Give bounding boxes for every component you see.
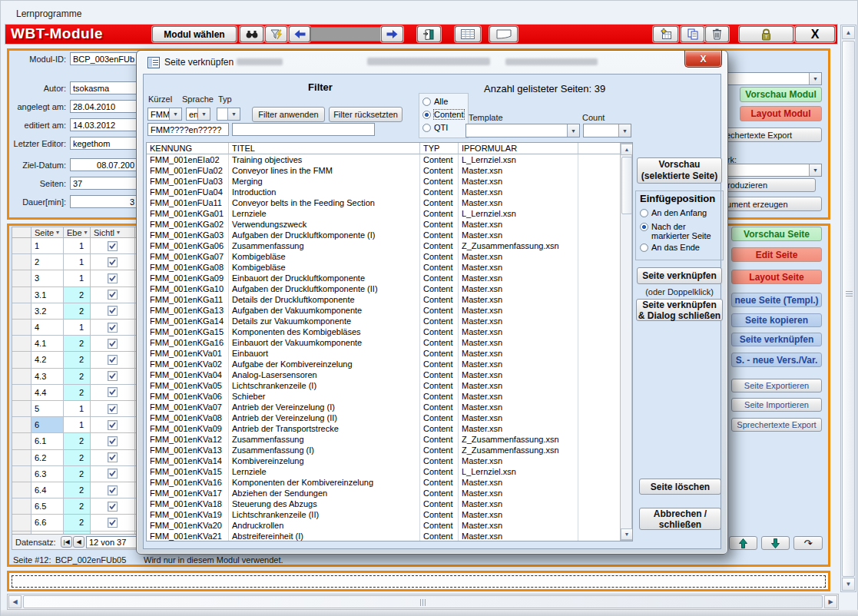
horizontal-scroll-thumb[interactable] (23, 595, 823, 608)
row-selector[interactable] (12, 238, 31, 254)
row-selector[interactable] (12, 498, 31, 515)
page-row[interactable]: 4.42 (12, 385, 140, 401)
cell-kennung[interactable]: FMM_001enFUa02 (147, 165, 229, 176)
cell-ipformular[interactable]: Master.xsn (459, 391, 578, 402)
cell-titel[interactable]: Kombigebläse (229, 262, 420, 273)
cell-extra[interactable] (578, 294, 620, 305)
cell-seite[interactable]: 5 (31, 401, 64, 417)
cell-titel[interactable]: Zusammenfassung (229, 240, 420, 251)
pages-list-table[interactable]: KENNUNGTITELTYPIPFORMULAR FMM_001enEIa02… (146, 142, 633, 541)
cell-ipformular[interactable]: Master.xsn (459, 359, 578, 369)
dialog-page-row[interactable]: FMM_001enKVa09Antrieb der Transportstrec… (147, 423, 620, 434)
filter-icon[interactable] (265, 26, 287, 42)
vorschau-selektierte-button[interactable]: Vorschau (selektierte Seite) (637, 157, 722, 184)
cell-kennung[interactable]: FMM_001enKGa08 (147, 262, 229, 273)
page-row[interactable]: 4.32 (12, 369, 140, 385)
cell-extra[interactable] (578, 434, 620, 445)
cell-sichtbar[interactable] (91, 270, 135, 286)
seite-exportieren-button[interactable]: Seite Exportieren (731, 379, 822, 392)
dialog-page-row[interactable]: FMM_001enKVa06SchieberContentMaster.xsn (147, 391, 620, 402)
cell-kennung[interactable]: FMM_001enKGa15 (147, 326, 229, 337)
cell-titel[interactable]: Einbauort (229, 348, 420, 359)
cell-typ[interactable]: Content (420, 176, 459, 187)
cell-kennung[interactable]: FMM_001enKGa16 (147, 337, 229, 348)
vertical-scrollbar[interactable]: ▲ ▼ (840, 25, 856, 592)
dialog-page-row[interactable]: FMM_001enKVa01EinbauortContentMaster.xsn (147, 348, 620, 359)
page-row[interactable]: 6.52 (12, 498, 140, 515)
field-input[interactable]: 3 (70, 195, 137, 208)
dialog-page-row[interactable]: FMM_001enKGa11Details der Druckluftkompo… (147, 294, 620, 305)
cell-extra[interactable] (578, 509, 620, 520)
radio-qti[interactable]: QTI (422, 123, 448, 132)
cell-ipformular[interactable]: Master.xsn (459, 337, 578, 348)
row-selector[interactable] (12, 303, 31, 320)
cell-extra[interactable] (578, 359, 620, 369)
dialog-page-row[interactable]: FMM_001enKVa07Antrieb der Vereinzelung (… (147, 402, 620, 412)
row-selector[interactable] (12, 515, 31, 531)
cell-ipformular[interactable]: L_Lernziel.xsn (459, 154, 578, 165)
dialog-page-row[interactable]: FMM_001enFUa03MergingContentMaster.xsn (147, 176, 620, 187)
page-row[interactable]: 21 (12, 254, 140, 270)
report-icon[interactable] (417, 26, 441, 42)
cell-extra[interactable] (578, 251, 620, 262)
cell-ipformular[interactable]: Master.xsn (459, 326, 578, 337)
dialog-page-row[interactable]: FMM_001enFUa11Conveyor belts in the Feed… (147, 197, 620, 208)
cell-extra[interactable] (578, 380, 620, 391)
cell-ebene[interactable]: 1 (64, 401, 91, 417)
cell-kennung[interactable]: FMM_001enKVa16 (147, 477, 229, 488)
radio-alle[interactable]: Alle (422, 97, 448, 106)
cell-sichtbar[interactable] (91, 287, 135, 303)
cell-ebene[interactable]: 2 (64, 450, 91, 466)
edit-seite-button[interactable]: Edit Seite (731, 247, 822, 262)
cell-seite[interactable]: 6.1 (31, 433, 64, 449)
scroll-right-icon[interactable]: ▶ (824, 595, 837, 608)
cell-extra[interactable] (578, 423, 620, 434)
cell-extra[interactable] (578, 369, 620, 380)
page-row[interactable]: 11 (12, 238, 140, 254)
cell-titel[interactable]: Kombigebläse (229, 251, 420, 262)
cell-extra[interactable] (578, 348, 620, 359)
page-row[interactable]: 6.32 (12, 466, 140, 482)
cell-ipformular[interactable]: Z_Zusammenfassung.xsn (459, 434, 578, 445)
cell-ebene[interactable]: 2 (64, 385, 91, 401)
cell-extra[interactable] (578, 531, 620, 541)
cell-ipformular[interactable]: Master.xsn (459, 197, 578, 208)
dialog-page-row[interactable]: FMM_001enKVa02Aufgabe der Kombivereinzel… (147, 359, 620, 369)
copy-icon[interactable] (681, 26, 704, 42)
field-input[interactable]: tsokasma (70, 81, 137, 94)
scroll-down-icon[interactable]: ▼ (842, 578, 855, 591)
table-scroll-thumb[interactable] (621, 157, 632, 214)
cell-kennung[interactable]: FMM_001enKVa08 (147, 412, 229, 423)
cell-ebene[interactable]: 2 (64, 482, 91, 498)
cell-extra[interactable] (578, 165, 620, 176)
table-scroll-down-icon[interactable]: ▼ (621, 528, 633, 540)
vertical-scroll-thumb[interactable] (842, 41, 855, 577)
cell-titel[interactable]: Andruckrollen (229, 520, 420, 531)
cell-seite[interactable]: 3 (31, 270, 64, 286)
dialog-close-icon[interactable]: X (684, 51, 722, 68)
cell-extra[interactable] (578, 197, 620, 208)
dialog-page-row[interactable]: FMM_001enKVa20AndruckrollenContentMaster… (147, 520, 620, 531)
cell-extra[interactable] (578, 305, 620, 316)
dialog-page-row[interactable]: FMM_001enKVa14KombivereinzelungContentMa… (147, 455, 620, 466)
cell-seite[interactable]: 6 (31, 417, 64, 433)
cell-kennung[interactable]: FMM_001enKVa12 (147, 434, 229, 445)
cell-ebene[interactable]: 2 (64, 303, 91, 320)
dialog-page-row[interactable]: FMM_001enKGa14Details zur Vakuumkomponen… (147, 316, 620, 326)
cell-ipformular[interactable]: Master.xsn (459, 251, 578, 262)
sichtbar-checkbox[interactable] (108, 420, 118, 430)
cell-ipformular[interactable]: Master.xsn (459, 230, 578, 240)
radio-content[interactable]: Content (422, 110, 464, 119)
cell-titel[interactable]: Aufgabe der Kombivereinzelung (229, 359, 420, 369)
dialog-page-row[interactable]: FMM_001enKVa13Zusammenfassung (I)Content… (147, 445, 620, 455)
cell-titel[interactable]: Verwendungszweck (229, 219, 420, 230)
page-row[interactable]: 6.62 (12, 515, 140, 531)
seite-importieren-button[interactable]: Seite Importieren (731, 398, 822, 412)
cell-titel[interactable]: Abstreifereinheit (I) (229, 531, 420, 541)
record-position[interactable]: 12 von 37 (86, 536, 138, 548)
cell-titel[interactable]: Antrieb der Vereinzelung (II) (229, 412, 420, 423)
column-header-sichtl[interactable]: Sichtl▾ (91, 227, 135, 238)
cell-typ[interactable]: Content (420, 230, 459, 240)
cell-kennung[interactable]: FMM_001enKGa13 (147, 305, 229, 316)
add-record-icon[interactable] (653, 26, 678, 42)
